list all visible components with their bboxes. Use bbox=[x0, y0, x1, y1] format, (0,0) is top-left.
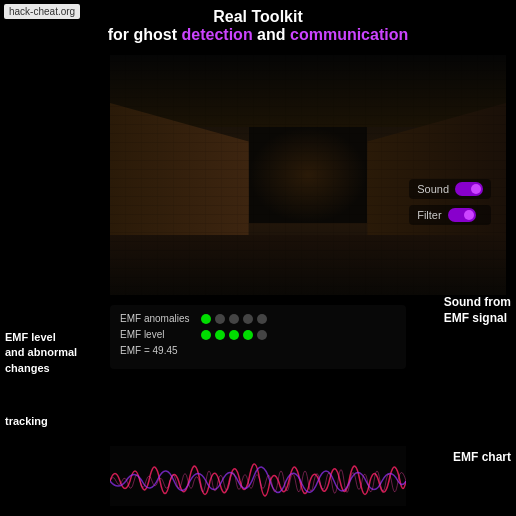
filter-toggle-switch[interactable] bbox=[448, 208, 476, 222]
emf-anomalies-label: EMF anomalies bbox=[120, 313, 195, 324]
bottom-bar bbox=[0, 506, 516, 516]
header-text-and: and bbox=[253, 26, 290, 43]
emf-level-line3: changes bbox=[5, 361, 100, 376]
emf-level-line1: EMF level bbox=[5, 330, 100, 345]
anomaly-dot-1 bbox=[201, 314, 211, 324]
emf-anomalies-row: EMF anomalies bbox=[120, 313, 396, 324]
level-dot-5 bbox=[257, 330, 267, 340]
anomaly-dot-4 bbox=[243, 314, 253, 324]
level-dot-3 bbox=[229, 330, 239, 340]
level-dot-1 bbox=[201, 330, 211, 340]
anomaly-dot-3 bbox=[229, 314, 239, 324]
tracking-label: tracking bbox=[5, 415, 48, 427]
emf-chart-label: EMF chart bbox=[453, 450, 511, 464]
sound-from-text: Sound from bbox=[444, 295, 511, 311]
emf-value-row: EMF = 49.45 bbox=[120, 345, 396, 356]
camera-controls: Sound Filter bbox=[409, 179, 491, 225]
sound-from-emf-label: Sound from EMF signal bbox=[444, 295, 511, 326]
emf-level-label: EMF level and abnormal changes bbox=[5, 330, 100, 376]
sound-toggle-row[interactable]: Sound bbox=[409, 179, 491, 199]
level-dot-4 bbox=[243, 330, 253, 340]
brick-overlay bbox=[110, 55, 506, 295]
emf-level-dots bbox=[201, 330, 267, 340]
sound-toggle-label: Sound bbox=[417, 183, 449, 195]
emf-panel: EMF anomalies EMF level EMF = 49.45 bbox=[110, 305, 406, 369]
emf-level-row-label: EMF level bbox=[120, 329, 195, 340]
filter-toggle-row[interactable]: Filter bbox=[409, 205, 491, 225]
emf-level-line2: and abnormal bbox=[5, 345, 100, 360]
header-highlight-communication: communication bbox=[290, 26, 408, 43]
header-title-line1: Real Toolkit bbox=[10, 8, 506, 26]
anomaly-dot-2 bbox=[215, 314, 225, 324]
emf-value-label: EMF = 49.45 bbox=[120, 345, 195, 356]
corridor-scene bbox=[110, 55, 506, 295]
emf-anomalies-dots bbox=[201, 314, 267, 324]
emf-level-row: EMF level bbox=[120, 329, 396, 340]
emf-value-number: 49.45 bbox=[153, 345, 178, 356]
emf-signal-text: EMF signal bbox=[444, 311, 511, 327]
filter-toggle-label: Filter bbox=[417, 209, 441, 221]
watermark: hack-cheat.org bbox=[4, 4, 80, 19]
header-title-line2: for ghost detection and communication bbox=[10, 26, 506, 44]
anomaly-dot-5 bbox=[257, 314, 267, 324]
level-dot-2 bbox=[215, 330, 225, 340]
sound-toggle-switch[interactable] bbox=[455, 182, 483, 196]
header-text-before: for ghost bbox=[108, 26, 182, 43]
header-highlight-detection: detection bbox=[182, 26, 253, 43]
camera-view: Sound Filter bbox=[110, 55, 506, 295]
